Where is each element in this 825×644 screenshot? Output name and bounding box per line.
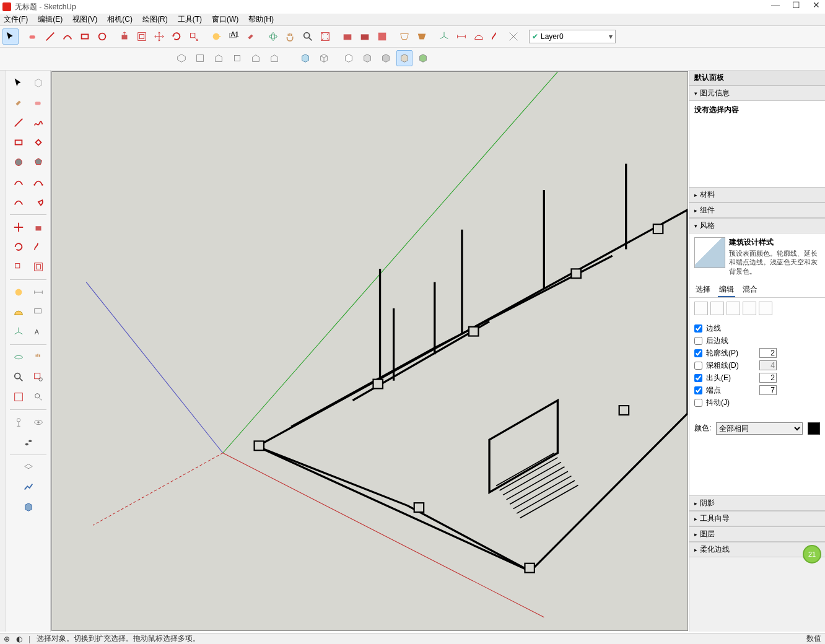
minimize-button[interactable]: — — [771, 0, 780, 10]
dimension-icon[interactable] — [30, 284, 47, 301]
top-view-icon[interactable] — [192, 50, 208, 66]
menu-tools[interactable]: 工具(T) — [178, 14, 202, 25]
layer-dropdown[interactable]: ✔ Layer0 ▾ — [529, 30, 616, 43]
zoom-extents-icon2[interactable] — [10, 388, 27, 406]
walk-icon[interactable] — [20, 433, 37, 451]
edge-settings-icon[interactable] — [694, 302, 708, 315]
components-header[interactable]: ▸组件 — [689, 202, 825, 218]
shadows-header[interactable]: ▸阴影 — [689, 495, 825, 511]
claim-icon[interactable]: ◐ — [16, 635, 22, 643]
pushpull-icon[interactable] — [30, 219, 47, 236]
endpoints-checkbox[interactable] — [694, 386, 702, 394]
right-view-icon[interactable] — [229, 50, 245, 66]
left-view-icon[interactable] — [266, 50, 282, 66]
pie-icon[interactable] — [30, 193, 47, 211]
back-edges-checkbox[interactable] — [694, 337, 702, 345]
text-tool-icon[interactable]: A1 — [225, 28, 242, 45]
zoom-tool-icon[interactable] — [300, 28, 316, 45]
offset-tool-icon[interactable] — [134, 28, 150, 45]
extension-input[interactable] — [759, 373, 777, 383]
close-button[interactable]: ✕ — [813, 0, 820, 10]
pushpull-tool-icon[interactable] — [116, 28, 133, 45]
menu-draw[interactable]: 绘图(R) — [142, 14, 168, 25]
style-thumbnail[interactable] — [694, 237, 725, 268]
solid-tools-icon[interactable] — [20, 498, 37, 516]
line-tool-icon[interactable] — [42, 28, 58, 45]
rot-rectangle-icon[interactable] — [30, 134, 47, 151]
followme-icon2[interactable] — [30, 238, 47, 256]
scale-tool-icon[interactable] — [186, 28, 202, 45]
arc-icon[interactable] — [10, 173, 27, 191]
geo-icon[interactable]: ⊕ — [4, 635, 10, 643]
menu-file[interactable]: 文件(F) — [4, 14, 28, 25]
color-mode-select[interactable]: 全部相同 — [716, 422, 803, 435]
circle-icon[interactable] — [10, 154, 27, 171]
axes-tool-icon[interactable] — [436, 28, 452, 45]
polygon-icon[interactable] — [30, 154, 47, 171]
rotate-tool-icon[interactable] — [168, 28, 185, 45]
position-camera-icon[interactable] — [10, 414, 27, 431]
extension-icon[interactable] — [357, 28, 373, 45]
color-swatch[interactable] — [808, 422, 820, 435]
shaded-style-icon[interactable] — [359, 50, 375, 66]
jitter-checkbox[interactable] — [694, 399, 702, 407]
protractor-icon2[interactable] — [10, 303, 27, 321]
select-icon[interactable] — [10, 74, 27, 92]
paint-icon[interactable] — [10, 94, 27, 111]
hidden-line-style-icon[interactable] — [341, 50, 357, 66]
layers-header[interactable]: ▸图层 — [689, 526, 825, 542]
paint-tool-icon[interactable] — [243, 28, 259, 45]
zoom-icon[interactable] — [10, 368, 27, 386]
eraser-icon[interactable] — [30, 94, 47, 111]
instructor-header[interactable]: ▸工具向导 — [689, 511, 825, 526]
tab-select[interactable]: 选择 — [694, 283, 712, 297]
notification-badge[interactable]: 21 — [803, 545, 821, 564]
menu-window[interactable]: 窗口(W) — [212, 14, 238, 25]
tape-icon[interactable] — [10, 284, 27, 301]
component-icon[interactable] — [30, 74, 47, 92]
rectangle-icon[interactable] — [10, 134, 27, 151]
wireframe-style-icon[interactable] — [316, 50, 332, 66]
previous-view-icon[interactable] — [30, 388, 47, 406]
orbit-icon[interactable] — [10, 349, 27, 366]
back-view-icon[interactable] — [248, 50, 264, 66]
watermark-settings-icon[interactable] — [743, 302, 756, 315]
pan-icon[interactable] — [30, 349, 47, 366]
zoom-window-icon[interactable] — [30, 368, 47, 386]
text-icon[interactable] — [30, 303, 47, 321]
pan-tool-icon[interactable] — [282, 28, 299, 45]
scale-icon[interactable] — [10, 258, 27, 276]
edges-checkbox[interactable] — [694, 324, 702, 333]
eraser-tool-icon[interactable] — [25, 28, 41, 45]
move-tool-icon[interactable] — [151, 28, 167, 45]
depth-checkbox[interactable] — [694, 362, 702, 370]
xray-style-icon[interactable] — [297, 50, 313, 66]
move-icon[interactable] — [10, 219, 27, 236]
entity-info-header[interactable]: ▾图元信息 — [689, 85, 825, 101]
tab-edit[interactable]: 编辑 — [718, 283, 735, 297]
section-display-icon[interactable] — [414, 28, 430, 45]
face-settings-icon[interactable] — [710, 302, 724, 315]
2pt-arc-icon[interactable] — [30, 173, 47, 191]
bg-settings-icon[interactable] — [727, 302, 740, 315]
extension-checkbox[interactable] — [694, 374, 702, 382]
menu-help[interactable]: 帮助(H) — [248, 14, 274, 25]
look-around-icon[interactable] — [30, 414, 47, 431]
materials-header[interactable]: ▸材料 — [689, 187, 825, 202]
circle-tool-icon[interactable] — [94, 28, 110, 45]
section-plane-icon[interactable] — [20, 459, 37, 476]
maximize-button[interactable]: ☐ — [792, 0, 800, 10]
sandbox-icon[interactable] — [20, 479, 37, 496]
freehand-icon[interactable] — [30, 114, 47, 131]
profiles-checkbox[interactable] — [694, 349, 702, 357]
tex-style-icon[interactable] — [415, 50, 431, 66]
offset-icon[interactable] — [30, 258, 47, 276]
front-view-icon[interactable] — [211, 50, 227, 66]
arc-tool-icon[interactable] — [59, 28, 76, 45]
styles-header[interactable]: ▾风格 — [689, 218, 825, 233]
3pt-arc-icon[interactable] — [10, 193, 27, 211]
mono-style-icon[interactable] — [396, 50, 412, 66]
axes-icon[interactable] — [10, 323, 27, 341]
protractor-icon[interactable] — [471, 28, 487, 45]
section-icon[interactable] — [396, 28, 412, 45]
